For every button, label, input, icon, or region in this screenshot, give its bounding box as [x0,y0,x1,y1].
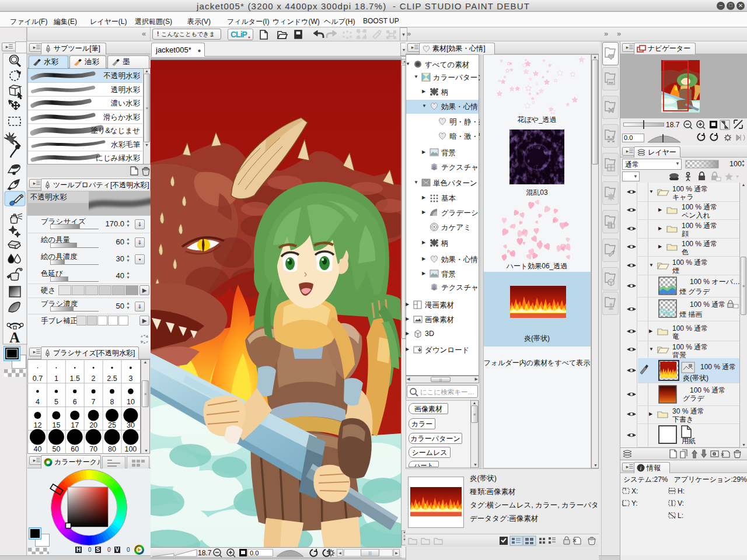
svg-text:7: 7 [92,398,96,406]
svg-text:10: 10 [127,398,135,406]
svg-text:滑らか水彩: 滑らか水彩 [103,113,141,121]
svg-text:80: 80 [108,445,116,453]
svg-text:塗り&なじませ: 塗り&なじませ [90,127,140,135]
svg-text:5: 5 [54,398,58,406]
svg-text:X:: X: [631,487,638,495]
svg-text:3: 3 [128,374,132,383]
svg-text:i: i [640,465,642,471]
svg-text:40: 40 [33,445,41,453]
svg-text:V:: V: [678,499,684,508]
svg-text:8: 8 [110,398,114,406]
svg-text:透明水彩: 透明水彩 [111,86,141,94]
svg-text:濃い水彩: 濃い水彩 [111,99,141,107]
svg-text:0.7: 0.7 [33,374,43,383]
svg-text:30: 30 [127,421,135,429]
svg-text:25: 25 [108,421,116,429]
svg-text:L:: L: [678,512,683,520]
svg-text:60: 60 [71,445,79,453]
svg-text:H:: H: [678,487,685,495]
svg-text:1.5: 1.5 [70,374,80,383]
svg-text:2.5: 2.5 [107,374,117,383]
svg-text:不透明水彩: 不透明水彩 [103,72,141,80]
svg-text:50: 50 [52,445,60,453]
svg-text:100: 100 [124,445,137,453]
svg-text:12: 12 [33,421,41,429]
svg-text:CLiP: CLiP [231,30,247,39]
svg-text:水彩毛筆: 水彩毛筆 [111,141,141,149]
svg-text:4: 4 [36,398,40,406]
svg-text:A: A [9,330,20,345]
svg-text:70: 70 [89,445,97,453]
svg-text:6: 6 [73,398,77,406]
svg-text:1: 1 [54,374,58,383]
svg-text:20: 20 [89,421,97,429]
svg-text:2: 2 [92,374,96,383]
svg-text:15: 15 [52,421,60,429]
svg-text:Y:: Y: [631,499,638,508]
svg-text:にじみ縁水彩: にじみ縁水彩 [96,154,140,162]
svg-text:17: 17 [71,421,79,429]
